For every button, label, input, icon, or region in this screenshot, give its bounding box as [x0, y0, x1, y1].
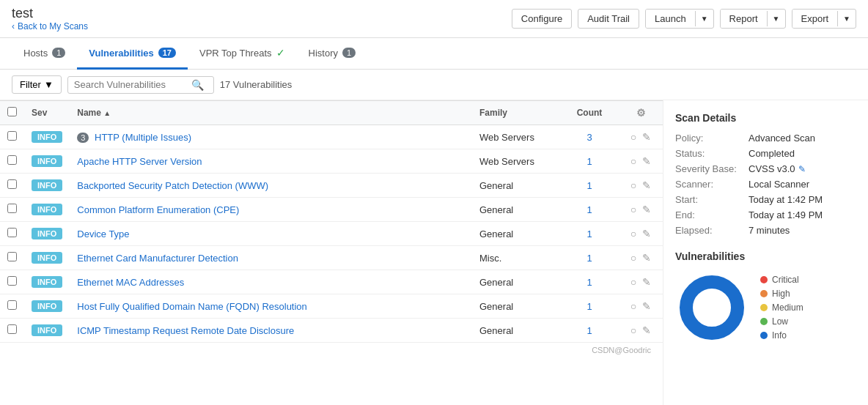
count-link[interactable]: 1 [586, 253, 592, 264]
row-edit-icon[interactable]: ✎ [642, 276, 651, 288]
vuln-name-link[interactable]: Common Platform Enumeration (CPE) [77, 204, 239, 215]
severity-label: Severity Base: [675, 163, 749, 174]
table-row: INFO 3 HTTP (Multiple Issues) Web Server… [0, 125, 663, 149]
row-edit-icon[interactable]: ✎ [642, 204, 651, 215]
export-button[interactable]: Export [792, 10, 838, 28]
row-actions: ○ ✎ [626, 131, 655, 143]
row-circle-icon[interactable]: ○ [630, 300, 636, 312]
row-checkbox[interactable] [7, 324, 17, 334]
row-checkbox-cell [0, 174, 24, 198]
row-checkbox-cell [0, 198, 24, 222]
export-dropdown-arrow[interactable]: ▼ [837, 11, 856, 26]
filter-label: Filter [20, 79, 41, 90]
tab-hosts-label: Hosts [23, 48, 48, 59]
report-button[interactable]: Report [721, 10, 767, 28]
chevron-left-icon: ‹ [12, 21, 15, 31]
table-row: INFO Common Platform Enumeration (CPE) G… [0, 198, 663, 222]
row-circle-icon[interactable]: ○ [630, 228, 636, 239]
row-checkbox[interactable] [7, 252, 17, 261]
launch-button[interactable]: Launch [646, 10, 695, 28]
gear-icon[interactable]: ⚙ [636, 107, 646, 119]
main-content: Sev Name ▲ Family Count ⚙ INFO 3 [0, 100, 868, 405]
tab-history[interactable]: History 1 [297, 39, 368, 70]
row-checkbox[interactable] [7, 179, 17, 189]
row-circle-icon[interactable]: ○ [630, 155, 636, 167]
row-count-cell: 1 [560, 174, 619, 198]
legend: Critical High Medium Low [760, 275, 803, 341]
vuln-name-link[interactable]: Ethernet Card Manufacturer Detection [77, 253, 238, 264]
back-link[interactable]: ‹ Back to My Scans [12, 21, 88, 31]
row-checkbox[interactable] [7, 228, 17, 237]
row-edit-icon[interactable]: ✎ [642, 252, 651, 264]
row-edit-icon[interactable]: ✎ [642, 179, 651, 191]
sev-badge: INFO [32, 131, 62, 143]
row-edit-icon[interactable]: ✎ [642, 228, 651, 239]
configure-button[interactable]: Configure [512, 9, 572, 29]
count-link[interactable]: 1 [586, 277, 592, 288]
count-link[interactable]: 3 [586, 132, 592, 143]
end-value: Today at 1:49 PM [749, 209, 823, 220]
table-row: INFO Device Type General 1 ○ ✎ [0, 222, 663, 246]
row-circle-icon[interactable]: ○ [630, 131, 636, 143]
app-title: test [12, 6, 88, 21]
tab-hosts[interactable]: Hosts 1 [12, 39, 77, 70]
count-link[interactable]: 1 [586, 204, 592, 215]
report-dropdown-arrow[interactable]: ▼ [767, 11, 785, 26]
row-edit-icon[interactable]: ✎ [642, 300, 651, 312]
vuln-name-link[interactable]: Backported Security Patch Detection (WWW… [77, 180, 268, 191]
row-checkbox[interactable] [7, 131, 17, 141]
search-box: 🔍 [67, 76, 214, 94]
table-row: INFO Ethernet Card Manufacturer Detectio… [0, 246, 663, 270]
vuln-name-link[interactable]: ICMP Timestamp Request Remote Date Discl… [77, 325, 294, 336]
select-all-checkbox[interactable] [7, 107, 17, 116]
tab-vpr[interactable]: VPR Top Threats ✓ [188, 38, 297, 70]
row-circle-icon[interactable]: ○ [630, 204, 636, 215]
table-header-row: Sev Name ▲ Family Count ⚙ [0, 101, 663, 125]
vuln-name-link[interactable]: Ethernet MAC Addresses [77, 277, 184, 288]
vuln-name-link[interactable]: Host Fully Qualified Domain Name (FQDN) … [77, 301, 307, 312]
info-dot [760, 332, 768, 339]
edit-severity-icon[interactable]: ✎ [798, 164, 806, 174]
row-checkbox[interactable] [7, 300, 17, 310]
legend-info: Info [760, 330, 803, 341]
header-name[interactable]: Name ▲ [70, 101, 472, 125]
row-name-cell: ICMP Timestamp Request Remote Date Discl… [70, 319, 472, 343]
row-edit-icon[interactable]: ✎ [642, 131, 651, 143]
vuln-chart-section: Vulnerabilities Critical High [675, 250, 856, 344]
row-name-cell: 3 HTTP (Multiple Issues) [70, 125, 472, 149]
row-actions: ○ ✎ [626, 155, 655, 167]
vuln-count: 17 Vulnerabilities [220, 79, 293, 90]
row-actions: ○ ✎ [626, 300, 655, 312]
row-circle-icon[interactable]: ○ [630, 324, 636, 336]
search-input[interactable] [74, 79, 191, 90]
row-count-cell: 1 [560, 222, 619, 246]
vuln-name-link[interactable]: Device Type [77, 228, 129, 239]
tab-vulnerabilities-label: Vulnerabilities [89, 48, 153, 59]
row-circle-icon[interactable]: ○ [630, 252, 636, 264]
tab-vulnerabilities-count: 17 [158, 48, 176, 58]
header-checkbox-col [0, 101, 24, 125]
tab-vulnerabilities[interactable]: Vulnerabilities 17 [77, 39, 188, 70]
launch-dropdown-arrow[interactable]: ▼ [695, 11, 713, 26]
filter-button[interactable]: Filter ▼ [12, 75, 62, 94]
row-family-cell: General [472, 270, 560, 294]
row-checkbox[interactable] [7, 155, 17, 165]
row-edit-icon[interactable]: ✎ [642, 324, 651, 336]
row-family-cell: Web Servers [472, 149, 560, 174]
filter-dropdown-icon: ▼ [44, 79, 54, 90]
count-link[interactable]: 1 [586, 180, 592, 191]
row-circle-icon[interactable]: ○ [630, 276, 636, 288]
scan-details-title: Scan Details [675, 112, 856, 124]
elapsed-row: Elapsed: 7 minutes [675, 225, 856, 236]
count-link[interactable]: 1 [586, 301, 592, 312]
vuln-name-link[interactable]: HTTP (Multiple Issues) [95, 132, 191, 143]
audit-trail-button[interactable]: Audit Trail [578, 9, 639, 29]
row-checkbox[interactable] [7, 276, 17, 286]
count-link[interactable]: 1 [586, 156, 592, 167]
row-checkbox[interactable] [7, 204, 17, 213]
row-edit-icon[interactable]: ✎ [642, 155, 651, 167]
vuln-name-link[interactable]: Apache HTTP Server Version [77, 156, 202, 167]
count-link[interactable]: 1 [586, 228, 592, 239]
count-link[interactable]: 1 [586, 325, 592, 336]
row-circle-icon[interactable]: ○ [630, 179, 636, 191]
